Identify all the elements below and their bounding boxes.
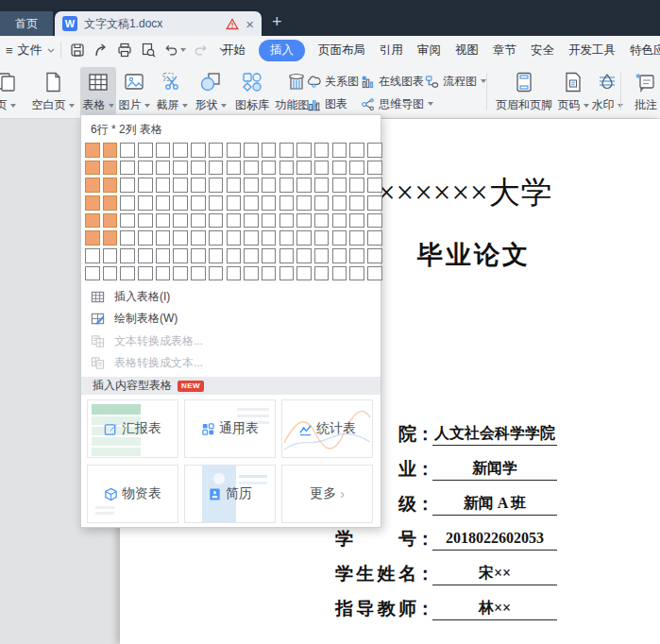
- statistics-table-card[interactable]: 统计表: [281, 399, 373, 458]
- grid-cell-r8-c8[interactable]: [209, 266, 224, 281]
- blank-page-button[interactable]: 空白页: [28, 67, 77, 116]
- grid-cell-r7-c15[interactable]: [332, 248, 347, 263]
- document-tab[interactable]: W 文字文稿1.docx ×: [55, 11, 262, 36]
- grid-cell-r7-c13[interactable]: [296, 248, 312, 263]
- grid-cell-r6-c7[interactable]: [191, 230, 206, 246]
- shapes-button[interactable]: 形状: [192, 67, 229, 116]
- grid-cell-r8-c2[interactable]: [103, 266, 118, 281]
- comment-button[interactable]: 批注: [626, 67, 660, 116]
- grid-cell-r8-c3[interactable]: [120, 266, 135, 281]
- grid-cell-r5-c15[interactable]: [332, 213, 347, 229]
- general-table-card[interactable]: 通用表: [184, 399, 276, 458]
- menu-tab-5[interactable]: 视图: [454, 41, 480, 60]
- header-footer-button[interactable]: 页眉和页脚: [493, 67, 555, 116]
- grid-cell-r8-c1[interactable]: [85, 266, 100, 281]
- report-table-card[interactable]: 汇报表: [87, 399, 178, 458]
- page-break-button[interactable]: 页: [0, 67, 25, 116]
- grid-cell-r3-c17[interactable]: [367, 178, 382, 193]
- grid-cell-r4-c8[interactable]: [209, 195, 224, 211]
- grid-cell-r8-c5[interactable]: [156, 266, 171, 281]
- grid-cell-r2-c13[interactable]: [296, 161, 312, 176]
- grid-cell-r8-c12[interactable]: [279, 266, 295, 281]
- grid-cell-r3-c9[interactable]: [227, 178, 242, 193]
- grid-cell-r6-c13[interactable]: [296, 230, 312, 246]
- materials-table-card[interactable]: 物资表: [87, 465, 178, 523]
- grid-cell-r2-c5[interactable]: [156, 161, 171, 176]
- grid-cell-r5-c10[interactable]: [244, 213, 259, 229]
- grid-cell-r6-c15[interactable]: [332, 230, 347, 246]
- grid-cell-r1-c5[interactable]: [156, 143, 171, 158]
- grid-cell-r2-c15[interactable]: [332, 161, 347, 176]
- grid-cell-r8-c14[interactable]: [314, 266, 330, 281]
- grid-cell-r8-c13[interactable]: [296, 266, 312, 281]
- grid-cell-r5-c11[interactable]: [262, 213, 277, 229]
- grid-cell-r5-c17[interactable]: [367, 213, 382, 229]
- grid-cell-r7-c11[interactable]: [262, 248, 277, 263]
- grid-cell-r6-c12[interactable]: [279, 230, 295, 246]
- grid-cell-r3-c1[interactable]: [85, 178, 100, 193]
- grid-cell-r8-c6[interactable]: [173, 266, 188, 281]
- grid-cell-r3-c3[interactable]: [120, 178, 135, 193]
- grid-cell-r8-c16[interactable]: [349, 266, 364, 281]
- grid-cell-r8-c17[interactable]: [367, 266, 382, 281]
- grid-cell-r5-c5[interactable]: [156, 213, 171, 229]
- grid-cell-r1-c13[interactable]: [296, 143, 312, 158]
- grid-cell-r5-c4[interactable]: [138, 213, 153, 229]
- file-menu-button[interactable]: ≡ 文件: [6, 40, 55, 60]
- grid-cell-r6-c8[interactable]: [209, 230, 224, 246]
- grid-cell-r5-c6[interactable]: [173, 213, 188, 229]
- online-chart-button[interactable]: 在线图表: [361, 72, 424, 91]
- mind-map-button[interactable]: 思维导图: [361, 94, 433, 113]
- grid-cell-r4-c12[interactable]: [279, 195, 295, 211]
- grid-cell-r7-c16[interactable]: [349, 248, 364, 263]
- grid-cell-r2-c1[interactable]: [85, 161, 100, 176]
- save-button[interactable]: [68, 42, 86, 59]
- grid-cell-r6-c16[interactable]: [349, 230, 364, 246]
- grid-cell-r4-c10[interactable]: [244, 195, 259, 211]
- grid-cell-r8-c7[interactable]: [191, 266, 206, 281]
- grid-cell-r1-c6[interactable]: [173, 143, 188, 158]
- grid-cell-r2-c17[interactable]: [367, 161, 382, 176]
- grid-cell-r3-c13[interactable]: [296, 178, 312, 193]
- grid-cell-r2-c12[interactable]: [279, 161, 295, 176]
- grid-cell-r3-c2[interactable]: [103, 178, 118, 193]
- grid-cell-r3-c14[interactable]: [314, 178, 330, 193]
- grid-cell-r4-c11[interactable]: [262, 195, 277, 211]
- grid-cell-r4-c14[interactable]: [314, 195, 330, 211]
- grid-cell-r8-c15[interactable]: [332, 266, 347, 281]
- grid-cell-r3-c6[interactable]: [173, 178, 188, 193]
- grid-cell-r7-c7[interactable]: [191, 248, 206, 263]
- close-tab-icon[interactable]: ×: [245, 17, 254, 31]
- grid-cell-r4-c15[interactable]: [332, 195, 347, 211]
- grid-cell-r1-c3[interactable]: [120, 143, 135, 158]
- grid-cell-r2-c14[interactable]: [314, 161, 330, 176]
- grid-cell-r1-c9[interactable]: [227, 143, 242, 158]
- menu-tab-1[interactable]: 插入: [259, 40, 305, 61]
- grid-cell-r6-c2[interactable]: [103, 230, 118, 246]
- new-tab-button[interactable]: +: [272, 13, 282, 30]
- print-preview-button[interactable]: [139, 42, 157, 59]
- grid-cell-r2-c10[interactable]: [244, 161, 259, 176]
- grid-cell-r2-c8[interactable]: [209, 161, 224, 176]
- grid-cell-r7-c8[interactable]: [209, 248, 224, 263]
- grid-cell-r3-c10[interactable]: [244, 178, 259, 193]
- grid-cell-r2-c11[interactable]: [262, 161, 277, 176]
- grid-cell-r1-c14[interactable]: [314, 143, 330, 158]
- grid-cell-r3-c16[interactable]: [349, 178, 364, 193]
- relation-chart-button[interactable]: 关系图: [307, 72, 359, 91]
- grid-cell-r8-c11[interactable]: [262, 266, 277, 281]
- grid-cell-r7-c4[interactable]: [138, 248, 153, 263]
- grid-cell-r1-c8[interactable]: [209, 143, 224, 158]
- grid-cell-r1-c16[interactable]: [349, 143, 364, 158]
- chart-button[interactable]: 图表: [307, 94, 347, 113]
- grid-cell-r5-c1[interactable]: [85, 213, 100, 229]
- grid-cell-r2-c7[interactable]: [191, 161, 206, 176]
- grid-cell-r2-c3[interactable]: [120, 161, 135, 176]
- menu-tab-2[interactable]: 页面布局: [317, 41, 366, 60]
- grid-cell-r4-c13[interactable]: [296, 195, 312, 211]
- grid-cell-r5-c16[interactable]: [349, 213, 364, 229]
- grid-cell-r6-c14[interactable]: [314, 230, 330, 246]
- picture-button[interactable]: 图片: [116, 67, 152, 116]
- grid-cell-r7-c17[interactable]: [367, 248, 382, 263]
- grid-cell-r4-c3[interactable]: [120, 195, 135, 211]
